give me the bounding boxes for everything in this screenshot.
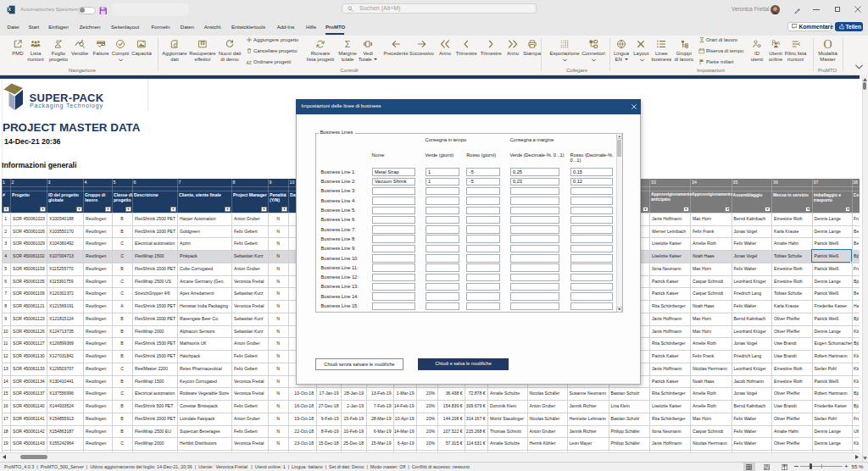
svg-text:Σ: Σ [345, 39, 351, 49]
svg-text:X: X [8, 7, 11, 12]
svg-text:O: O [823, 37, 832, 51]
svg-text:AZ: AZ [247, 60, 252, 64]
